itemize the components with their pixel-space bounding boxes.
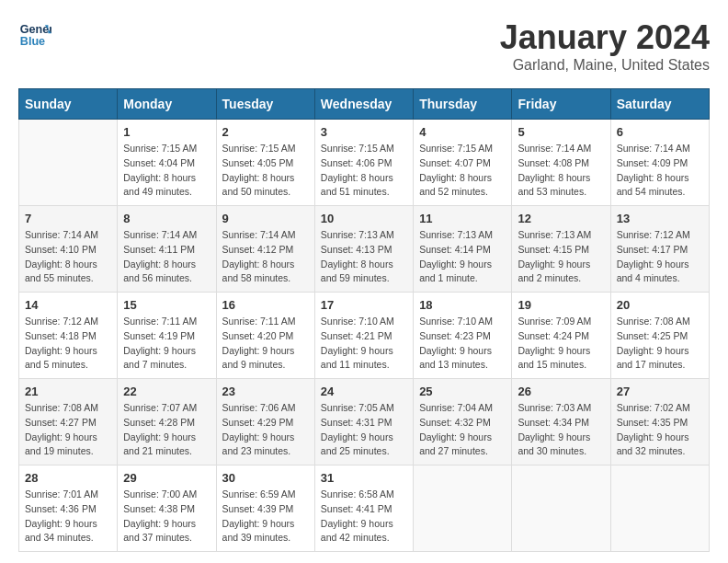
day-info: Sunrise: 7:15 AMSunset: 4:06 PMDaylight:…: [321, 142, 407, 200]
day-cell: [414, 465, 512, 552]
day-info: Sunrise: 7:14 AMSunset: 4:12 PMDaylight:…: [222, 228, 309, 286]
day-number: 3: [321, 125, 407, 139]
day-cell: 31Sunrise: 6:58 AMSunset: 4:41 PMDayligh…: [314, 465, 413, 552]
day-number: 1: [123, 125, 210, 139]
day-number: 26: [518, 385, 604, 398]
day-info: Sunrise: 7:10 AMSunset: 4:21 PMDaylight:…: [321, 315, 407, 373]
day-cell: 21Sunrise: 7:08 AMSunset: 4:27 PMDayligh…: [19, 379, 118, 465]
day-number: 7: [25, 212, 111, 225]
day-info: Sunrise: 7:14 AMSunset: 4:11 PMDaylight:…: [123, 228, 210, 286]
header: General Blue January 2024 Garland, Maine…: [18, 18, 710, 74]
day-number: 22: [123, 385, 210, 398]
day-info: Sunrise: 7:14 AMSunset: 4:10 PMDaylight:…: [25, 228, 111, 286]
day-number: 27: [617, 385, 703, 398]
day-cell: [19, 120, 118, 206]
day-cell: 6Sunrise: 7:14 AMSunset: 4:09 PMDaylight…: [610, 120, 709, 206]
day-number: 17: [321, 298, 407, 312]
day-cell: 30Sunrise: 6:59 AMSunset: 4:39 PMDayligh…: [216, 465, 314, 552]
day-number: 12: [518, 212, 604, 225]
day-info: Sunrise: 7:10 AMSunset: 4:23 PMDaylight:…: [419, 315, 506, 373]
day-info: Sunrise: 7:13 AMSunset: 4:13 PMDaylight:…: [321, 228, 407, 286]
day-cell: 27Sunrise: 7:02 AMSunset: 4:35 PMDayligh…: [610, 379, 709, 465]
day-cell: 20Sunrise: 7:08 AMSunset: 4:25 PMDayligh…: [610, 293, 709, 379]
day-info: Sunrise: 7:05 AMSunset: 4:31 PMDaylight:…: [321, 401, 407, 459]
day-info: Sunrise: 7:02 AMSunset: 4:35 PMDaylight:…: [617, 401, 703, 459]
day-number: 30: [222, 471, 309, 485]
day-info: Sunrise: 7:15 AMSunset: 4:07 PMDaylight:…: [419, 142, 506, 200]
day-info: Sunrise: 6:59 AMSunset: 4:39 PMDaylight:…: [222, 488, 309, 546]
calendar-subtitle: Garland, Maine, United States: [500, 57, 710, 74]
day-info: Sunrise: 7:13 AMSunset: 4:14 PMDaylight:…: [419, 228, 506, 286]
day-number: 6: [617, 125, 703, 139]
header-row: Sunday Monday Tuesday Wednesday Thursday…: [19, 89, 710, 120]
day-cell: 2Sunrise: 7:15 AMSunset: 4:05 PMDaylight…: [216, 120, 314, 206]
day-cell: 14Sunrise: 7:12 AMSunset: 4:18 PMDayligh…: [19, 293, 118, 379]
logo: General Blue: [18, 18, 51, 52]
day-number: 18: [419, 298, 506, 312]
day-cell: 16Sunrise: 7:11 AMSunset: 4:20 PMDayligh…: [216, 293, 314, 379]
week-row-2: 7Sunrise: 7:14 AMSunset: 4:10 PMDaylight…: [19, 206, 710, 293]
day-number: 8: [123, 212, 210, 225]
day-cell: 7Sunrise: 7:14 AMSunset: 4:10 PMDaylight…: [19, 206, 118, 293]
day-cell: 28Sunrise: 7:01 AMSunset: 4:36 PMDayligh…: [19, 465, 118, 552]
day-number: 21: [25, 385, 111, 398]
day-info: Sunrise: 7:14 AMSunset: 4:08 PMDaylight:…: [518, 142, 604, 200]
day-cell: 13Sunrise: 7:12 AMSunset: 4:17 PMDayligh…: [610, 206, 709, 293]
day-info: Sunrise: 7:15 AMSunset: 4:05 PMDaylight:…: [222, 142, 309, 200]
day-number: 15: [123, 298, 210, 312]
day-cell: [512, 465, 610, 552]
day-info: Sunrise: 7:06 AMSunset: 4:29 PMDaylight:…: [222, 401, 309, 459]
day-number: 14: [25, 298, 111, 312]
day-info: Sunrise: 7:13 AMSunset: 4:15 PMDaylight:…: [518, 228, 604, 286]
day-cell: 15Sunrise: 7:11 AMSunset: 4:19 PMDayligh…: [118, 293, 216, 379]
day-number: 25: [419, 385, 506, 398]
col-monday: Monday: [118, 89, 216, 120]
day-info: Sunrise: 7:15 AMSunset: 4:04 PMDaylight:…: [123, 142, 210, 200]
col-friday: Friday: [512, 89, 610, 120]
day-info: Sunrise: 7:04 AMSunset: 4:32 PMDaylight:…: [419, 401, 506, 459]
day-cell: 1Sunrise: 7:15 AMSunset: 4:04 PMDaylight…: [118, 120, 216, 206]
day-info: Sunrise: 7:08 AMSunset: 4:27 PMDaylight:…: [25, 401, 111, 459]
day-number: 28: [25, 471, 111, 485]
day-cell: 8Sunrise: 7:14 AMSunset: 4:11 PMDaylight…: [118, 206, 216, 293]
day-cell: 19Sunrise: 7:09 AMSunset: 4:24 PMDayligh…: [512, 293, 610, 379]
calendar-title: January 2024: [500, 18, 710, 57]
day-number: 20: [617, 298, 703, 312]
day-info: Sunrise: 7:12 AMSunset: 4:17 PMDaylight:…: [617, 228, 703, 286]
day-number: 29: [123, 471, 210, 485]
day-number: 2: [222, 125, 309, 139]
week-row-5: 28Sunrise: 7:01 AMSunset: 4:36 PMDayligh…: [19, 465, 710, 552]
day-info: Sunrise: 7:09 AMSunset: 4:24 PMDaylight:…: [518, 315, 604, 373]
day-cell: 29Sunrise: 7:00 AMSunset: 4:38 PMDayligh…: [118, 465, 216, 552]
day-number: 23: [222, 385, 309, 398]
day-info: Sunrise: 7:01 AMSunset: 4:36 PMDaylight:…: [25, 488, 111, 546]
day-info: Sunrise: 7:11 AMSunset: 4:20 PMDaylight:…: [222, 315, 309, 373]
day-cell: 5Sunrise: 7:14 AMSunset: 4:08 PMDaylight…: [512, 120, 610, 206]
day-number: 5: [518, 125, 604, 139]
day-info: Sunrise: 7:08 AMSunset: 4:25 PMDaylight:…: [617, 315, 703, 373]
week-row-3: 14Sunrise: 7:12 AMSunset: 4:18 PMDayligh…: [19, 293, 710, 379]
day-cell: 4Sunrise: 7:15 AMSunset: 4:07 PMDaylight…: [414, 120, 512, 206]
calendar-table: Sunday Monday Tuesday Wednesday Thursday…: [18, 88, 710, 552]
day-cell: 18Sunrise: 7:10 AMSunset: 4:23 PMDayligh…: [414, 293, 512, 379]
col-wednesday: Wednesday: [314, 89, 413, 120]
day-number: 4: [419, 125, 506, 139]
day-cell: 17Sunrise: 7:10 AMSunset: 4:21 PMDayligh…: [314, 293, 413, 379]
day-number: 9: [222, 212, 309, 225]
day-info: Sunrise: 7:03 AMSunset: 4:34 PMDaylight:…: [518, 401, 604, 459]
day-info: Sunrise: 7:07 AMSunset: 4:28 PMDaylight:…: [123, 401, 210, 459]
day-cell: 12Sunrise: 7:13 AMSunset: 4:15 PMDayligh…: [512, 206, 610, 293]
day-cell: 24Sunrise: 7:05 AMSunset: 4:31 PMDayligh…: [314, 379, 413, 465]
week-row-1: 1Sunrise: 7:15 AMSunset: 4:04 PMDaylight…: [19, 120, 710, 206]
col-saturday: Saturday: [610, 89, 709, 120]
day-number: 13: [617, 212, 703, 225]
week-row-4: 21Sunrise: 7:08 AMSunset: 4:27 PMDayligh…: [19, 379, 710, 465]
day-cell: 26Sunrise: 7:03 AMSunset: 4:34 PMDayligh…: [512, 379, 610, 465]
day-cell: [610, 465, 709, 552]
svg-text:Blue: Blue: [20, 35, 45, 48]
col-tuesday: Tuesday: [216, 89, 314, 120]
day-info: Sunrise: 7:11 AMSunset: 4:19 PMDaylight:…: [123, 315, 210, 373]
title-section: January 2024 Garland, Maine, United Stat…: [500, 18, 710, 74]
day-cell: 25Sunrise: 7:04 AMSunset: 4:32 PMDayligh…: [414, 379, 512, 465]
day-number: 24: [321, 385, 407, 398]
